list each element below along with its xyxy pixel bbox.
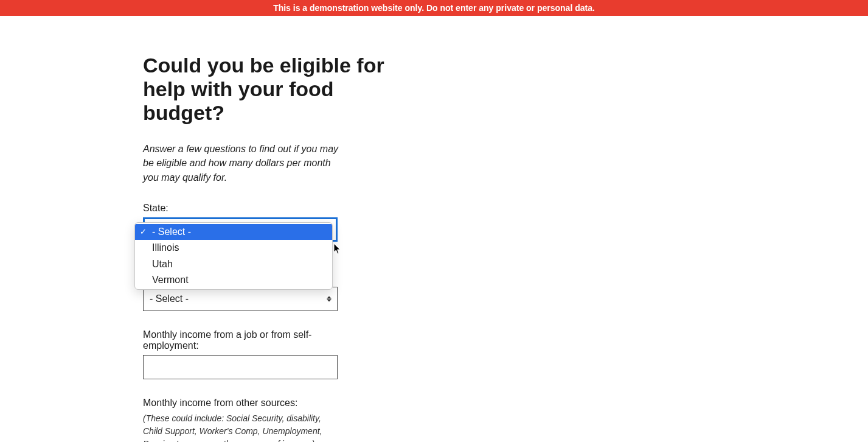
option-label: Vermont — [152, 275, 189, 285]
second-select-group: - Select - — [143, 287, 484, 311]
mouse-cursor-icon — [334, 244, 342, 254]
intro-text: Answer a few questions to find out if yo… — [143, 142, 344, 184]
state-dropdown: ✓ - Select - Illinois Utah Vermont — [134, 222, 333, 290]
second-select[interactable]: - Select - — [143, 287, 338, 311]
job-income-group: Monthly income from a job or from self-e… — [143, 329, 484, 379]
option-label: Illinois — [152, 242, 179, 253]
state-label: State: — [143, 203, 484, 214]
second-select-value: - Select - — [150, 293, 189, 304]
page-title: Could you be eligible for help with your… — [143, 54, 411, 125]
other-income-hint: (These could include: Social Security, d… — [143, 412, 338, 442]
check-icon: ✓ — [140, 226, 147, 237]
state-option-vermont[interactable]: Vermont — [135, 272, 332, 288]
other-income-group: Monthly income from other sources: (Thes… — [143, 398, 484, 442]
option-label: Utah — [152, 259, 173, 269]
state-field-group: State: - Select - ✓ - Select - Illinois … — [143, 203, 484, 242]
second-select-wrapper: - Select - — [143, 287, 338, 311]
other-income-label: Monthly income from other sources: — [143, 398, 484, 409]
state-option-select[interactable]: ✓ - Select - — [135, 224, 332, 240]
state-option-illinois[interactable]: Illinois — [135, 240, 332, 256]
job-income-input[interactable] — [143, 355, 338, 379]
form-container: Could you be eligible for help with your… — [143, 16, 484, 442]
job-income-label: Monthly income from a job or from self-e… — [143, 329, 338, 351]
state-option-utah[interactable]: Utah — [135, 256, 332, 272]
option-label: - Select - — [152, 226, 191, 237]
demo-banner: This is a demonstration website only. Do… — [0, 0, 868, 16]
demo-banner-text: This is a demonstration website only. Do… — [273, 3, 595, 13]
